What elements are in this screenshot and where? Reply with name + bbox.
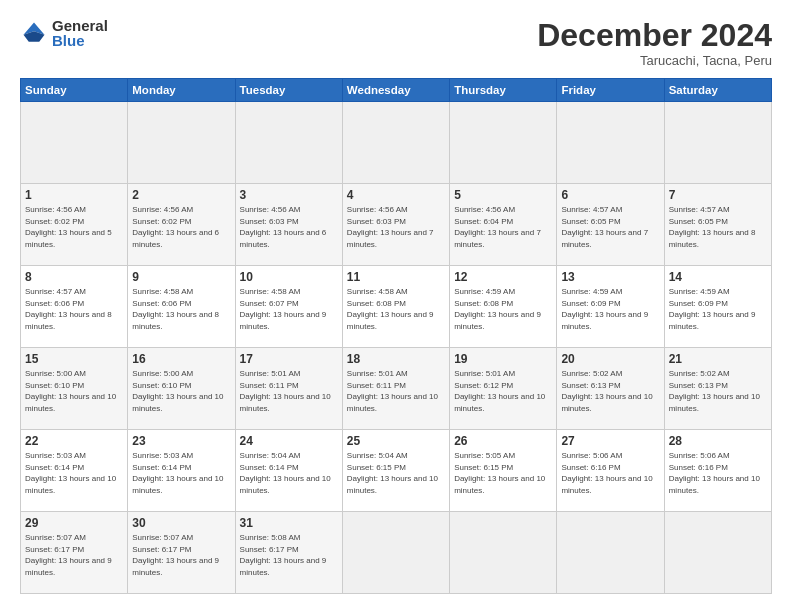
day-detail: Sunrise: 5:06 AMSunset: 6:16 PMDaylight:…	[669, 450, 767, 496]
month-title: December 2024	[537, 18, 772, 53]
table-row	[557, 102, 664, 184]
table-row: 22Sunrise: 5:03 AMSunset: 6:14 PMDayligh…	[21, 430, 128, 512]
table-row: 26Sunrise: 5:05 AMSunset: 6:15 PMDayligh…	[450, 430, 557, 512]
day-number: 28	[669, 434, 767, 448]
table-row	[128, 102, 235, 184]
table-row	[664, 102, 771, 184]
calendar-week-row: 15Sunrise: 5:00 AMSunset: 6:10 PMDayligh…	[21, 348, 772, 430]
day-number: 29	[25, 516, 123, 530]
day-detail: Sunrise: 4:58 AMSunset: 6:08 PMDaylight:…	[347, 286, 445, 332]
col-thursday: Thursday	[450, 79, 557, 102]
table-row: 28Sunrise: 5:06 AMSunset: 6:16 PMDayligh…	[664, 430, 771, 512]
day-number: 26	[454, 434, 552, 448]
logo-blue-label: Blue	[52, 33, 108, 48]
table-row: 12Sunrise: 4:59 AMSunset: 6:08 PMDayligh…	[450, 266, 557, 348]
calendar-table: Sunday Monday Tuesday Wednesday Thursday…	[20, 78, 772, 594]
table-row	[21, 102, 128, 184]
table-row: 15Sunrise: 5:00 AMSunset: 6:10 PMDayligh…	[21, 348, 128, 430]
calendar-week-row: 8Sunrise: 4:57 AMSunset: 6:06 PMDaylight…	[21, 266, 772, 348]
day-number: 24	[240, 434, 338, 448]
day-detail: Sunrise: 5:02 AMSunset: 6:13 PMDaylight:…	[669, 368, 767, 414]
day-number: 15	[25, 352, 123, 366]
day-detail: Sunrise: 5:01 AMSunset: 6:12 PMDaylight:…	[454, 368, 552, 414]
day-detail: Sunrise: 5:06 AMSunset: 6:16 PMDaylight:…	[561, 450, 659, 496]
day-number: 9	[132, 270, 230, 284]
table-row	[342, 512, 449, 594]
table-row: 27Sunrise: 5:06 AMSunset: 6:16 PMDayligh…	[557, 430, 664, 512]
day-number: 6	[561, 188, 659, 202]
table-row: 8Sunrise: 4:57 AMSunset: 6:06 PMDaylight…	[21, 266, 128, 348]
day-number: 5	[454, 188, 552, 202]
day-detail: Sunrise: 4:57 AMSunset: 6:05 PMDaylight:…	[561, 204, 659, 250]
day-number: 23	[132, 434, 230, 448]
day-detail: Sunrise: 4:57 AMSunset: 6:06 PMDaylight:…	[25, 286, 123, 332]
logo-text: General Blue	[52, 18, 108, 48]
day-number: 2	[132, 188, 230, 202]
day-number: 22	[25, 434, 123, 448]
day-number: 30	[132, 516, 230, 530]
day-number: 31	[240, 516, 338, 530]
day-detail: Sunrise: 5:01 AMSunset: 6:11 PMDaylight:…	[240, 368, 338, 414]
day-detail: Sunrise: 4:59 AMSunset: 6:09 PMDaylight:…	[669, 286, 767, 332]
table-row: 4Sunrise: 4:56 AMSunset: 6:03 PMDaylight…	[342, 184, 449, 266]
day-number: 4	[347, 188, 445, 202]
day-number: 10	[240, 270, 338, 284]
day-detail: Sunrise: 4:57 AMSunset: 6:05 PMDaylight:…	[669, 204, 767, 250]
table-row: 10Sunrise: 4:58 AMSunset: 6:07 PMDayligh…	[235, 266, 342, 348]
day-number: 13	[561, 270, 659, 284]
day-detail: Sunrise: 5:07 AMSunset: 6:17 PMDaylight:…	[25, 532, 123, 578]
day-number: 1	[25, 188, 123, 202]
day-detail: Sunrise: 4:56 AMSunset: 6:03 PMDaylight:…	[240, 204, 338, 250]
day-number: 27	[561, 434, 659, 448]
day-detail: Sunrise: 4:56 AMSunset: 6:02 PMDaylight:…	[25, 204, 123, 250]
table-row: 31Sunrise: 5:08 AMSunset: 6:17 PMDayligh…	[235, 512, 342, 594]
day-detail: Sunrise: 4:59 AMSunset: 6:08 PMDaylight:…	[454, 286, 552, 332]
day-detail: Sunrise: 4:58 AMSunset: 6:07 PMDaylight:…	[240, 286, 338, 332]
table-row	[664, 512, 771, 594]
day-detail: Sunrise: 5:02 AMSunset: 6:13 PMDaylight:…	[561, 368, 659, 414]
logo: General Blue	[20, 18, 108, 48]
day-number: 16	[132, 352, 230, 366]
day-number: 3	[240, 188, 338, 202]
col-wednesday: Wednesday	[342, 79, 449, 102]
calendar-week-row: 22Sunrise: 5:03 AMSunset: 6:14 PMDayligh…	[21, 430, 772, 512]
table-row: 18Sunrise: 5:01 AMSunset: 6:11 PMDayligh…	[342, 348, 449, 430]
header: General Blue December 2024 Tarucachi, Ta…	[20, 18, 772, 68]
table-row: 6Sunrise: 4:57 AMSunset: 6:05 PMDaylight…	[557, 184, 664, 266]
day-number: 18	[347, 352, 445, 366]
day-detail: Sunrise: 5:03 AMSunset: 6:14 PMDaylight:…	[25, 450, 123, 496]
table-row: 14Sunrise: 4:59 AMSunset: 6:09 PMDayligh…	[664, 266, 771, 348]
table-row: 23Sunrise: 5:03 AMSunset: 6:14 PMDayligh…	[128, 430, 235, 512]
table-row: 24Sunrise: 5:04 AMSunset: 6:14 PMDayligh…	[235, 430, 342, 512]
day-detail: Sunrise: 5:00 AMSunset: 6:10 PMDaylight:…	[132, 368, 230, 414]
day-detail: Sunrise: 4:59 AMSunset: 6:09 PMDaylight:…	[561, 286, 659, 332]
day-number: 19	[454, 352, 552, 366]
logo-icon	[20, 19, 48, 47]
table-row: 19Sunrise: 5:01 AMSunset: 6:12 PMDayligh…	[450, 348, 557, 430]
table-row: 1Sunrise: 4:56 AMSunset: 6:02 PMDaylight…	[21, 184, 128, 266]
table-row: 30Sunrise: 5:07 AMSunset: 6:17 PMDayligh…	[128, 512, 235, 594]
col-friday: Friday	[557, 79, 664, 102]
title-block: December 2024 Tarucachi, Tacna, Peru	[537, 18, 772, 68]
table-row: 11Sunrise: 4:58 AMSunset: 6:08 PMDayligh…	[342, 266, 449, 348]
day-detail: Sunrise: 5:04 AMSunset: 6:15 PMDaylight:…	[347, 450, 445, 496]
table-row: 17Sunrise: 5:01 AMSunset: 6:11 PMDayligh…	[235, 348, 342, 430]
day-detail: Sunrise: 5:04 AMSunset: 6:14 PMDaylight:…	[240, 450, 338, 496]
day-detail: Sunrise: 5:03 AMSunset: 6:14 PMDaylight:…	[132, 450, 230, 496]
table-row: 20Sunrise: 5:02 AMSunset: 6:13 PMDayligh…	[557, 348, 664, 430]
day-number: 21	[669, 352, 767, 366]
day-number: 11	[347, 270, 445, 284]
day-detail: Sunrise: 4:58 AMSunset: 6:06 PMDaylight:…	[132, 286, 230, 332]
day-number: 17	[240, 352, 338, 366]
logo-general-label: General	[52, 18, 108, 33]
day-number: 20	[561, 352, 659, 366]
table-row: 16Sunrise: 5:00 AMSunset: 6:10 PMDayligh…	[128, 348, 235, 430]
day-number: 7	[669, 188, 767, 202]
day-number: 25	[347, 434, 445, 448]
day-detail: Sunrise: 5:00 AMSunset: 6:10 PMDaylight:…	[25, 368, 123, 414]
table-row	[235, 102, 342, 184]
table-row: 25Sunrise: 5:04 AMSunset: 6:15 PMDayligh…	[342, 430, 449, 512]
day-number: 8	[25, 270, 123, 284]
day-detail: Sunrise: 5:08 AMSunset: 6:17 PMDaylight:…	[240, 532, 338, 578]
calendar-week-row	[21, 102, 772, 184]
